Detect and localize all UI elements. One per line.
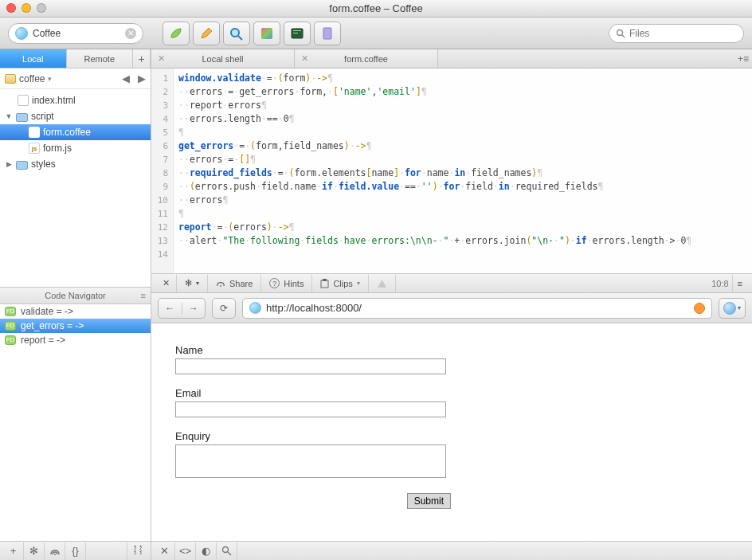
editor-tab-file[interactable]: ✕ form.coffee <box>295 49 438 68</box>
email-input[interactable] <box>175 401 446 417</box>
preview-address-bar[interactable]: http://localhost:8000/ <box>242 298 712 319</box>
close-window-button[interactable] <box>6 3 16 13</box>
svg-point-9 <box>54 554 56 555</box>
nav-forward-button[interactable]: ▶ <box>138 72 146 84</box>
coffee-file-icon <box>29 127 40 138</box>
editor-tabs: ✕ Local shell ✕ form.coffee +≡ <box>151 49 752 69</box>
stop-loading-icon[interactable] <box>694 303 705 314</box>
zoom-window-button[interactable] <box>37 3 46 13</box>
disclosure-closed-icon[interactable]: ▶ <box>5 160 13 168</box>
book-tool-button[interactable] <box>314 22 341 45</box>
site-selector-label: Coffee <box>33 28 120 39</box>
svg-line-8 <box>622 35 625 37</box>
share-button[interactable]: Share <box>208 275 261 292</box>
code-view-button[interactable]: <> <box>175 542 196 560</box>
form-field-enquiry: Enquiry <box>175 430 728 480</box>
close-preview-button[interactable]: ✕ <box>155 542 175 560</box>
symbol-name: validate = -> <box>21 306 73 317</box>
warnings-button[interactable] <box>369 275 396 292</box>
svg-rect-5 <box>293 33 298 33</box>
inspect-button[interactable]: ◐ <box>196 542 217 560</box>
sidebar-tab-remote[interactable]: Remote <box>67 49 134 68</box>
site-breadcrumb[interactable]: coffee ▾ ◀ ▶ <box>0 69 151 89</box>
preview-reload-button[interactable]: ⟳ <box>212 298 236 319</box>
clips-button[interactable]: Clips ▾ <box>312 275 368 292</box>
code-navigator-list: FD validate = -> FD get_errors = -> FD r… <box>0 304 151 347</box>
clear-site-icon[interactable]: ✕ <box>125 28 136 39</box>
file-icon <box>18 95 29 106</box>
submit-button[interactable]: Submit <box>407 493 451 509</box>
file-search-input[interactable] <box>629 28 749 39</box>
editor-tab-shell[interactable]: ✕ Local shell <box>151 49 295 68</box>
settings-button[interactable]: ✻ <box>24 542 45 560</box>
leaf-tool-button[interactable] <box>163 22 190 45</box>
search-button[interactable] <box>217 542 237 560</box>
publish-button[interactable] <box>45 542 65 560</box>
share-icon <box>216 279 225 288</box>
code-editor[interactable]: 1234567891011121314 window.validate·=·(f… <box>151 69 752 274</box>
share-label: Share <box>229 279 253 288</box>
file-tree-item[interactable]: index.html <box>0 92 151 108</box>
nav-back-button[interactable]: ◀ <box>122 72 130 84</box>
hints-button[interactable]: ? Hints <box>261 275 312 292</box>
preview-back-button[interactable]: ← <box>159 303 182 314</box>
tab-label: form.coffee <box>344 54 388 64</box>
hints-label: Hints <box>284 279 304 288</box>
disclosure-open-icon[interactable]: ▼ <box>5 112 13 120</box>
sidebar-tab-add[interactable]: + <box>133 49 151 68</box>
terminal-tool-button[interactable] <box>284 22 311 45</box>
warning-icon <box>377 279 387 288</box>
file-tree-item[interactable]: form.coffee <box>0 124 151 140</box>
preview-forward-button[interactable]: → <box>182 303 206 314</box>
symbol-name: get_errors = -> <box>21 320 84 331</box>
code-navigator-title: Code Navigator <box>45 291 105 300</box>
code-navigator-item[interactable]: FD validate = -> <box>0 304 151 319</box>
close-panel-button[interactable]: ✕ <box>156 275 177 292</box>
sidebar-tab-local[interactable]: Local <box>0 49 67 68</box>
svg-rect-12 <box>323 279 327 281</box>
file-tree-item[interactable]: js form.js <box>0 140 151 156</box>
file-search[interactable] <box>609 24 744 43</box>
clips-label: Clips <box>333 279 352 288</box>
gear-menu-button[interactable]: ✻▾ <box>177 275 208 292</box>
add-file-button[interactable]: + <box>3 542 24 560</box>
file-tree-folder[interactable]: ▼ script <box>0 108 151 124</box>
file-name: form.coffee <box>43 127 91 138</box>
edit-tool-button[interactable] <box>193 22 220 45</box>
enquiry-textarea[interactable] <box>175 444 446 478</box>
braces-button[interactable]: {} <box>65 542 86 560</box>
code-content[interactable]: window.validate·=·(form)·->¶··errors·=·g… <box>174 69 752 273</box>
svg-line-1 <box>238 36 242 40</box>
browser-icon <box>723 302 736 315</box>
preview-url: http://localhost:8000/ <box>266 302 689 314</box>
color-tool-button[interactable] <box>253 22 280 45</box>
window-title: form.coffee – Coffee <box>329 2 422 14</box>
clipboard-icon <box>320 279 329 288</box>
site-selector[interactable]: Coffee ✕ <box>8 23 143 44</box>
svg-point-7 <box>617 29 623 35</box>
minimize-window-button[interactable] <box>22 3 31 13</box>
menu-icon[interactable]: ≡ <box>141 291 146 300</box>
zoom-tool-button[interactable] <box>223 22 250 45</box>
svg-rect-2 <box>261 28 272 39</box>
options-menu-button[interactable]: ≡ <box>732 275 747 292</box>
tab-overflow-button[interactable]: +≡ <box>738 53 749 65</box>
file-name: index.html <box>32 95 76 106</box>
svg-line-14 <box>228 552 231 555</box>
split-pane-button[interactable]: ⸾⸾ <box>127 542 147 560</box>
preview-browser-menu[interactable]: ▾ <box>719 298 746 319</box>
code-navigator-header: Code Navigator ≡ <box>0 287 151 304</box>
close-tab-icon[interactable]: ✕ <box>158 53 165 64</box>
preview-toolbar: ← → ⟳ http://localhost:8000/ ▾ <box>151 293 752 323</box>
code-navigator-item[interactable]: FD report = -> <box>0 333 151 347</box>
cursor-position: 10:8 <box>711 279 731 288</box>
form-field-name: Name <box>175 344 728 374</box>
symbol-name: report = -> <box>21 335 65 346</box>
name-input[interactable] <box>175 358 446 374</box>
file-tree-folder[interactable]: ▶ styles <box>0 156 151 172</box>
code-navigator-item[interactable]: FD get_errors = -> <box>0 319 151 333</box>
main-toolbar: Coffee ✕ <box>0 18 752 49</box>
svg-rect-11 <box>321 280 328 288</box>
close-tab-icon[interactable]: ✕ <box>301 53 308 64</box>
line-number-gutter: 1234567891011121314 <box>151 69 174 273</box>
